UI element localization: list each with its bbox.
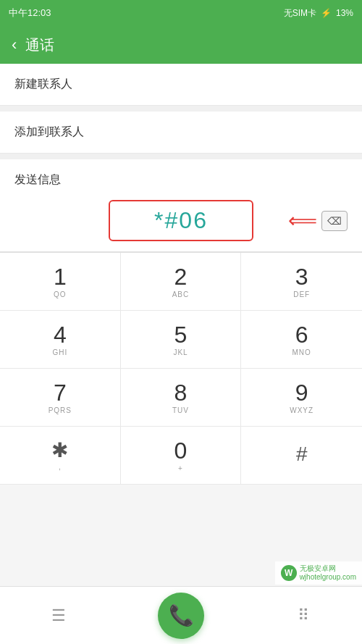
battery-level: 13% bbox=[336, 8, 353, 18]
key-9-letters: WXYZ bbox=[290, 406, 313, 414]
key-1-number: 1 bbox=[54, 265, 67, 288]
key-4-letters: GHI bbox=[52, 348, 67, 356]
key-5-number: 5 bbox=[174, 323, 188, 346]
sim-status: 无SIM卡 bbox=[284, 7, 316, 20]
key-2-number: 2 bbox=[174, 265, 188, 288]
key-1-letters: QO bbox=[54, 290, 67, 298]
back-button[interactable]: ‹ bbox=[12, 35, 17, 54]
key-1[interactable]: 1 QO bbox=[0, 253, 121, 311]
key-5[interactable]: 5 JKL bbox=[121, 311, 242, 369]
menu-item-send-message[interactable]: 发送信息 bbox=[0, 159, 362, 190]
divider-1 bbox=[0, 106, 362, 112]
watermark-text: 无极安卓网 wjhotelgroup.com bbox=[300, 564, 356, 582]
key-star[interactable]: ✱ , bbox=[0, 427, 121, 485]
header: ‹ 通话 bbox=[0, 26, 362, 64]
key-0[interactable]: 0 + bbox=[121, 427, 242, 485]
call-icon: 📞 bbox=[169, 603, 194, 627]
key-3[interactable]: 3 DEF bbox=[241, 253, 362, 311]
key-3-letters: DEF bbox=[293, 290, 310, 298]
key-2[interactable]: 2 ABC bbox=[121, 253, 242, 311]
delete-button[interactable]: ⌫ bbox=[321, 211, 348, 231]
bottom-bar: ☰ 📞 ⠿ bbox=[0, 586, 362, 644]
dial-input-box: *#06 bbox=[109, 200, 253, 241]
status-right: 无SIM卡 ⚡ 13% bbox=[284, 7, 353, 20]
key-6-letters: MNO bbox=[292, 348, 311, 356]
delete-btn-area: ⟸ ⌫ bbox=[288, 209, 348, 233]
watermark-logo: W bbox=[281, 565, 297, 581]
key-0-letters: + bbox=[178, 464, 183, 472]
key-0-number: 0 bbox=[174, 439, 188, 462]
key-9-number: 9 bbox=[295, 381, 308, 404]
dial-display-area: *#06 ⟸ ⌫ bbox=[0, 190, 362, 252]
key-5-letters: JKL bbox=[173, 348, 188, 356]
grid-button[interactable]: ⠿ bbox=[285, 598, 321, 634]
key-hash[interactable]: # bbox=[241, 427, 362, 485]
key-8-letters: TUV bbox=[172, 406, 189, 414]
key-8[interactable]: 8 TUV bbox=[121, 369, 242, 427]
key-6-number: 6 bbox=[295, 323, 308, 346]
key-6[interactable]: 6 MNO bbox=[241, 311, 362, 369]
call-button[interactable]: 📞 bbox=[158, 593, 204, 639]
header-title: 通话 bbox=[25, 35, 54, 55]
keypad: 1 QO 2 ABC 3 DEF 4 GHI 5 JKL 6 MNO 7 PQR… bbox=[0, 252, 362, 485]
key-hash-number: # bbox=[296, 444, 308, 464]
menu-icon: ☰ bbox=[51, 606, 66, 625]
grid-icon: ⠿ bbox=[298, 606, 309, 625]
key-2-letters: ABC bbox=[172, 290, 190, 298]
key-8-number: 8 bbox=[174, 381, 188, 404]
arrow-left-icon: ⟸ bbox=[288, 209, 317, 233]
menu-button[interactable]: ☰ bbox=[41, 598, 77, 634]
menu-item-new-contact[interactable]: 新建联系人 bbox=[0, 64, 362, 106]
status-time: 中午12:03 bbox=[9, 7, 51, 20]
key-3-number: 3 bbox=[295, 265, 308, 288]
status-bar: 中午12:03 无SIM卡 ⚡ 13% bbox=[0, 0, 362, 26]
key-star-number: ✱ bbox=[51, 440, 68, 461]
key-star-letters: , bbox=[59, 463, 62, 471]
key-7[interactable]: 7 PQRS bbox=[0, 369, 121, 427]
menu-item-add-contact[interactable]: 添加到联系人 bbox=[0, 112, 362, 154]
charging-icon: ⚡ bbox=[321, 8, 332, 18]
key-4-number: 4 bbox=[54, 323, 67, 346]
divider-2 bbox=[0, 154, 362, 159]
delete-icon: ⌫ bbox=[327, 215, 342, 227]
menu-section: 新建联系人 添加到联系人 发送信息 bbox=[0, 64, 362, 190]
key-9[interactable]: 9 WXYZ bbox=[241, 369, 362, 427]
key-4[interactable]: 4 GHI bbox=[0, 311, 121, 369]
key-7-letters: PQRS bbox=[49, 406, 72, 414]
watermark: W 无极安卓网 wjhotelgroup.com bbox=[275, 561, 362, 585]
dial-input-text: *#06 bbox=[154, 207, 208, 233]
key-7-number: 7 bbox=[54, 381, 67, 404]
